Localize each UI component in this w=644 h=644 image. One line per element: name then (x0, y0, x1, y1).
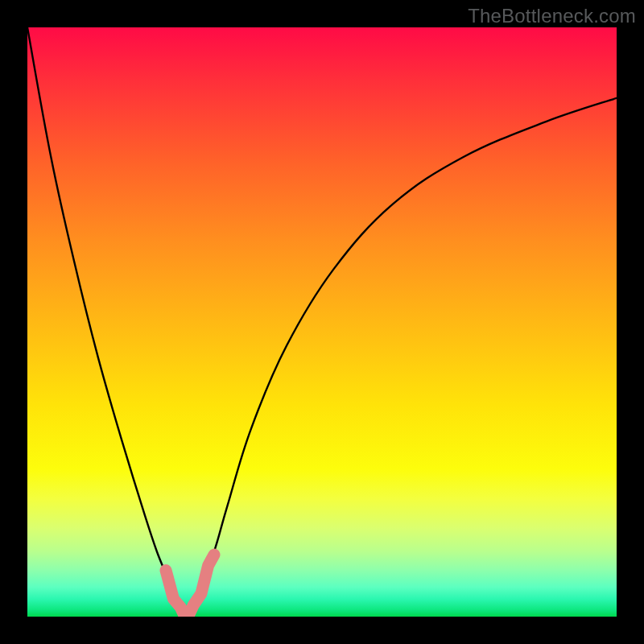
plot-area (27, 27, 617, 617)
curve-svg (27, 27, 617, 617)
watermark-text: TheBottleneck.com (468, 5, 636, 27)
bottleneck-curve (27, 27, 617, 617)
bump-markers (166, 555, 214, 617)
chart-frame: TheBottleneck.com (0, 0, 644, 644)
